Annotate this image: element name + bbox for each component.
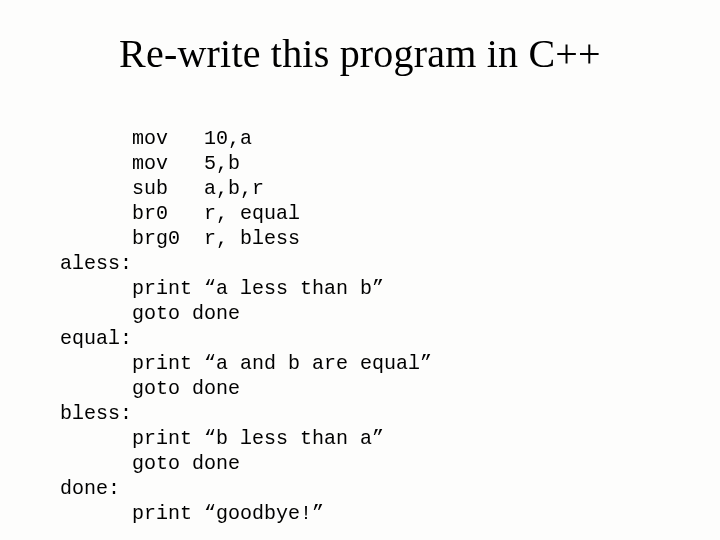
code-block: mov 10,a mov 5,b sub a,b,r br0 r, equal … bbox=[60, 101, 720, 540]
code-line: goto done bbox=[60, 302, 240, 325]
code-line: goto done bbox=[60, 377, 240, 400]
code-line: sub a,b,r bbox=[60, 177, 264, 200]
slide: Re-write this program in C++ mov 10,a mo… bbox=[0, 0, 720, 540]
code-line: br0 r, equal bbox=[60, 202, 300, 225]
code-line: print “a and b are equal” bbox=[60, 352, 432, 375]
code-line: done: bbox=[60, 477, 120, 500]
code-line: print “a less than b” bbox=[60, 277, 384, 300]
code-line: mov 10,a bbox=[60, 127, 252, 150]
code-line: bless: bbox=[60, 402, 132, 425]
code-line: equal: bbox=[60, 327, 132, 350]
code-line: mov 5,b bbox=[60, 152, 240, 175]
code-line: goto done bbox=[60, 452, 240, 475]
slide-title: Re-write this program in C++ bbox=[0, 30, 720, 77]
code-line: print “goodbye!” bbox=[60, 502, 324, 525]
code-line: brg0 r, bless bbox=[60, 227, 300, 250]
code-line: aless: bbox=[60, 252, 132, 275]
code-line: print “b less than a” bbox=[60, 427, 384, 450]
